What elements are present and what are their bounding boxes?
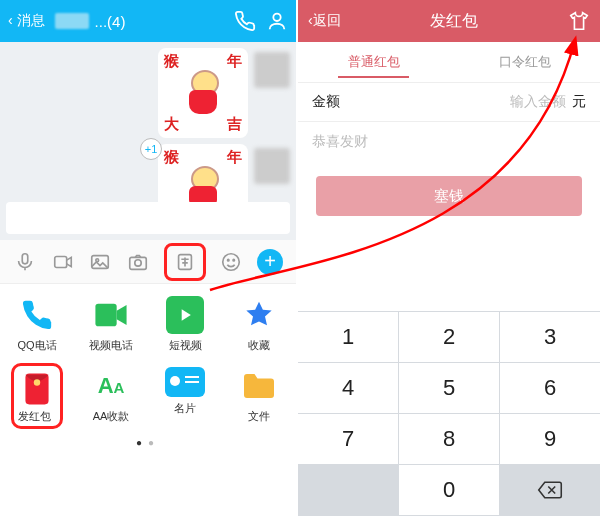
stuff-money-button[interactable]: 塞钱 — [316, 176, 582, 216]
key-0[interactable]: 0 — [399, 465, 499, 515]
plus-button[interactable]: + — [257, 249, 283, 275]
key-blank — [298, 465, 398, 515]
grid-card[interactable]: 名片 — [148, 367, 222, 427]
key-backspace[interactable] — [500, 465, 600, 515]
numeric-keypad: 1 2 3 4 5 6 7 8 9 0 — [298, 311, 600, 516]
emoji-icon[interactable] — [219, 250, 243, 274]
svg-rect-1 — [22, 253, 28, 263]
tab-code[interactable]: 口令红包 — [449, 42, 600, 82]
grid-aa-pay[interactable]: AA AA收款 — [74, 367, 148, 427]
message-row: 猴 年 大 吉 — [6, 48, 290, 138]
chat-toolbar: + — [0, 240, 296, 284]
amount-label: 金额 — [312, 93, 510, 111]
svg-rect-11 — [95, 304, 116, 327]
key-4[interactable]: 4 — [298, 363, 398, 413]
key-6[interactable]: 6 — [500, 363, 600, 413]
message-row[interactable]: 恭喜发财 — [298, 122, 600, 162]
amount-unit: 元 — [572, 93, 586, 111]
red-packet-tool-icon[interactable] — [173, 250, 197, 274]
amount-row[interactable]: 金额 输入金额 元 — [298, 82, 600, 122]
sticker-monkey[interactable]: 猴 年 大 吉 — [158, 48, 248, 138]
page-dots: ●● — [0, 431, 296, 454]
avatar[interactable] — [254, 52, 290, 88]
call-icon[interactable] — [234, 10, 256, 32]
grid-red-packet-highlight: 发红包 — [11, 363, 63, 429]
chat-screen: ‹ 消息 ...(4) 猴 年 大 吉 猴 年 — [0, 0, 296, 516]
svg-point-9 — [228, 259, 229, 260]
key-8[interactable]: 8 — [399, 414, 499, 464]
chat-header: ‹ 消息 ...(4) — [0, 0, 296, 42]
red-packet-header: ‹返回 发红包 — [298, 0, 600, 42]
page-title: 发红包 — [341, 11, 568, 32]
grid-favorite[interactable]: 收藏 — [222, 296, 296, 353]
back-button[interactable]: ‹返回 — [308, 12, 341, 30]
camera-icon[interactable] — [126, 250, 150, 274]
svg-point-10 — [233, 259, 234, 260]
avatar[interactable] — [254, 148, 290, 184]
grid-short-video[interactable]: 短视频 — [148, 296, 222, 353]
svg-point-0 — [273, 14, 280, 21]
key-7[interactable]: 7 — [298, 414, 398, 464]
shirt-icon[interactable] — [568, 10, 590, 32]
image-icon[interactable] — [88, 250, 112, 274]
chat-title[interactable]: ...(4) — [55, 13, 224, 30]
key-5[interactable]: 5 — [399, 363, 499, 413]
svg-point-6 — [135, 259, 141, 265]
grid-video-call[interactable]: 视频电话 — [74, 296, 148, 353]
key-3[interactable]: 3 — [500, 312, 600, 362]
back-to-messages[interactable]: ‹ 消息 — [8, 12, 45, 30]
svg-rect-2 — [54, 256, 66, 267]
amount-placeholder: 输入金额 — [510, 93, 566, 111]
red-packet-screen: ‹返回 发红包 普通红包 口令红包 金额 输入金额 元 恭喜发财 塞钱 1 2 … — [298, 0, 600, 516]
grid-red-packet[interactable]: 发红包 — [0, 367, 74, 427]
attachment-grid: QQ电话 视频电话 短视频 收藏 发红包 AA AA收款 名片 — [0, 284, 296, 431]
packet-tabs: 普通红包 口令红包 — [298, 42, 600, 82]
grid-file[interactable]: 文件 — [222, 367, 296, 427]
red-packet-tool-highlight — [164, 243, 206, 281]
message-placeholder: 恭喜发财 — [312, 133, 368, 151]
plus-one-button[interactable]: +1 — [140, 138, 162, 160]
voice-icon[interactable] — [13, 250, 37, 274]
key-1[interactable]: 1 — [298, 312, 398, 362]
profile-icon[interactable] — [266, 10, 288, 32]
key-2[interactable]: 2 — [399, 312, 499, 362]
key-9[interactable]: 9 — [500, 414, 600, 464]
svg-point-13 — [34, 379, 40, 385]
svg-point-8 — [223, 253, 240, 270]
message-input[interactable] — [6, 202, 290, 234]
grid-qq-call[interactable]: QQ电话 — [0, 296, 74, 353]
chat-area: 猴 年 大 吉 猴 年 大 吉 +1 — [0, 42, 296, 240]
video-icon[interactable] — [51, 250, 75, 274]
tab-normal[interactable]: 普通红包 — [298, 42, 449, 82]
